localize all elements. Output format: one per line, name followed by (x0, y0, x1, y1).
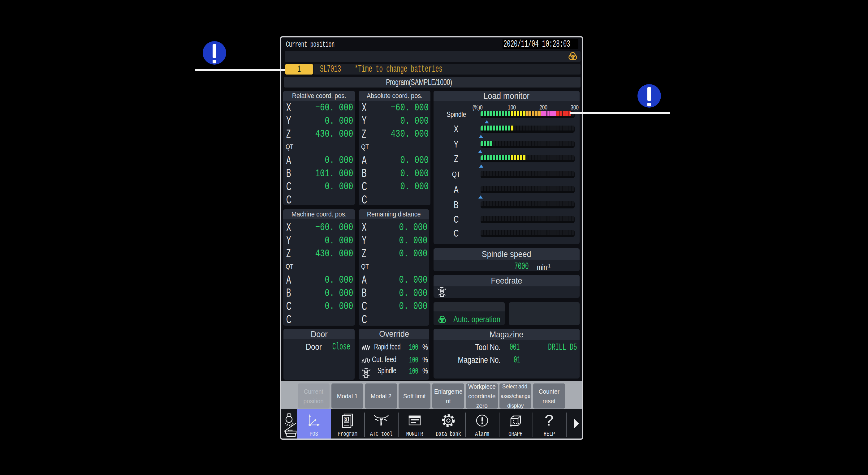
svg-text:G;: G; (345, 417, 350, 422)
svg-text:?: ? (544, 413, 554, 428)
